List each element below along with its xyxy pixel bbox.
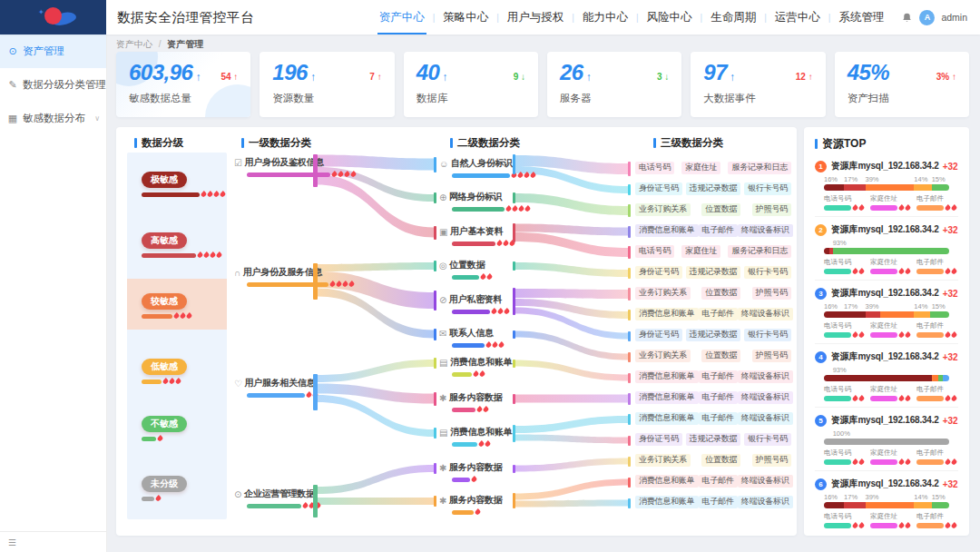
stat-value-row: 45%3% ↑ bbox=[848, 62, 956, 84]
level2-item: ◎位置数据 bbox=[439, 259, 492, 280]
level2-label: 服务内容数据 bbox=[449, 494, 502, 507]
flame-icon bbox=[951, 458, 958, 466]
flame-icon bbox=[471, 476, 478, 483]
data-level-panel: 极敏感高敏感较敏感低敏感不敏感未分级 bbox=[127, 153, 227, 519]
flame-icons bbox=[172, 313, 191, 319]
level3-tag: 护照号码 bbox=[752, 350, 791, 362]
mini-metric: 电子邮件 bbox=[916, 512, 955, 528]
percent-label: 93% bbox=[833, 366, 847, 374]
service-icon: ✱ bbox=[439, 496, 446, 506]
stat-value-row: 196↑7 ↑ bbox=[272, 62, 381, 84]
bar-segment bbox=[914, 311, 930, 318]
resource-item-header: 5资源库mysql_192.168.34.2+32 bbox=[815, 414, 958, 427]
level3-node bbox=[628, 162, 631, 176]
stat-card-1: 603,96↑54 ↑敏感数据总量 bbox=[116, 52, 250, 117]
nav-item-4[interactable]: 能力中心 bbox=[574, 0, 636, 34]
level3-tag: 位置数据 bbox=[701, 203, 740, 216]
level2-out-node bbox=[513, 425, 515, 442]
sidebar-item-3[interactable]: ▦敏感数据分布∨ bbox=[0, 102, 106, 135]
level2-item: ✉联系人信息 bbox=[439, 327, 504, 348]
level3-tag: 身份证号码 bbox=[635, 266, 682, 279]
flame-icon bbox=[329, 281, 337, 288]
level2-item: ✱服务内容数据 bbox=[439, 494, 502, 515]
up-arrow-icon: ↑ bbox=[730, 71, 735, 84]
level3-tag: 电子邮件 bbox=[699, 391, 738, 404]
level3-tag: 业务订购关系 bbox=[635, 350, 691, 362]
level3-tag: 位置数据 bbox=[701, 287, 740, 300]
level1-node bbox=[313, 374, 318, 410]
mini-metric-label: 电子邮件 bbox=[916, 512, 955, 521]
level2-label-row: ▤消费信息和账单 bbox=[439, 356, 512, 369]
level2-bar bbox=[452, 408, 475, 412]
resource-item-header: 3资源库mysql_192.168.34.2+32 bbox=[815, 287, 958, 300]
flame-icon bbox=[945, 522, 952, 529]
rank-badge: 2 bbox=[815, 224, 827, 236]
level3-tag: 违规记录数据 bbox=[686, 266, 741, 279]
mini-metric-bar bbox=[824, 269, 851, 274]
level1-node bbox=[313, 263, 318, 300]
nav-item-3[interactable]: 用户与授权 bbox=[499, 0, 573, 34]
nav-item-6[interactable]: 生命周期 bbox=[702, 0, 764, 34]
flame-icons bbox=[851, 396, 864, 401]
bar-segment bbox=[932, 502, 949, 508]
flame-icons bbox=[944, 459, 956, 465]
level3-tag: 违规记录数据 bbox=[686, 329, 741, 341]
bar-percent-labels: 100% bbox=[824, 429, 949, 438]
level2-out-node bbox=[513, 154, 515, 174]
nav-item-5[interactable]: 风险中心 bbox=[639, 0, 701, 34]
mini-metric-label: 电子邮件 bbox=[916, 258, 955, 267]
stat-delta: 9 ↓ bbox=[514, 72, 525, 84]
flame-icon bbox=[306, 391, 313, 399]
bell-icon[interactable] bbox=[901, 12, 913, 24]
user-avatar[interactable]: A bbox=[919, 10, 935, 25]
level3-node bbox=[628, 373, 631, 383]
mini-metric-bar bbox=[916, 396, 944, 401]
flame-icons bbox=[200, 192, 225, 197]
level3-tag: 终端设备标识 bbox=[738, 496, 793, 508]
level1-bar-row bbox=[247, 172, 356, 177]
sidebar-item-2[interactable]: ✎数据分级分类管理∨ bbox=[0, 68, 106, 102]
flame-icon bbox=[491, 308, 498, 315]
level3-tag: 消费信息和账单 bbox=[635, 475, 699, 488]
level2-bar-row bbox=[452, 172, 535, 178]
flame-icon bbox=[483, 406, 490, 413]
level2-in-node bbox=[434, 428, 436, 439]
flame-icon bbox=[210, 251, 217, 259]
level2-label: 消费信息和账单 bbox=[450, 356, 512, 369]
level3-node bbox=[628, 331, 631, 341]
level2-item: ⊕网络身份标识 bbox=[439, 191, 530, 212]
level3-row: 消费信息和账单电子邮件终端设备标识 bbox=[635, 370, 791, 383]
bar-segment bbox=[943, 375, 949, 381]
mini-metric: 电子邮件 bbox=[916, 448, 955, 465]
bar-segment bbox=[824, 311, 866, 318]
flame-icon bbox=[503, 240, 510, 247]
level2-bar bbox=[452, 478, 470, 482]
flame-icon bbox=[175, 378, 182, 385]
nav-item-2[interactable]: 策略中心 bbox=[435, 0, 496, 34]
heart-icon: ♡ bbox=[234, 379, 242, 389]
bar-percent-labels: 16%17%39%14%15% bbox=[824, 175, 949, 183]
collapse-menu-icon[interactable]: ☰ bbox=[8, 537, 16, 547]
mini-metrics-row: 电话号码家庭住址电子邮件 bbox=[824, 321, 958, 338]
nav-item-8[interactable]: 系统管理 bbox=[830, 0, 892, 34]
breadcrumb-parent[interactable]: 资产中心 bbox=[116, 39, 152, 49]
sidebar-item-1[interactable]: ⊙资产管理 bbox=[0, 34, 106, 68]
sidebar: ⊙资产管理✎数据分级分类管理∨▦敏感数据分布∨ ☰ bbox=[0, 34, 107, 552]
flame-icon bbox=[157, 435, 164, 442]
flame-icons bbox=[851, 205, 864, 211]
nav-item-7[interactable]: 运营中心 bbox=[767, 0, 828, 34]
level2-in-node bbox=[434, 226, 436, 240]
stat-label: 数据库 bbox=[416, 92, 525, 105]
level1-label: 用户身份及鉴权信息 bbox=[245, 156, 324, 169]
level1-label: 用户身份及服务信息 bbox=[243, 266, 322, 279]
level-bar-row bbox=[142, 496, 161, 501]
level2-label-row: ✉联系人信息 bbox=[439, 327, 504, 340]
nav-item-1[interactable]: 资产中心 bbox=[371, 0, 433, 34]
level3-tag: 消费信息和账单 bbox=[635, 308, 699, 320]
level2-in-node bbox=[434, 329, 436, 340]
bar-segment bbox=[932, 375, 938, 381]
level-badge: 未分级 bbox=[142, 476, 187, 492]
level-badge: 不敏感 bbox=[142, 416, 187, 432]
flame-icon bbox=[858, 522, 866, 529]
level2-bar-row bbox=[452, 371, 512, 377]
